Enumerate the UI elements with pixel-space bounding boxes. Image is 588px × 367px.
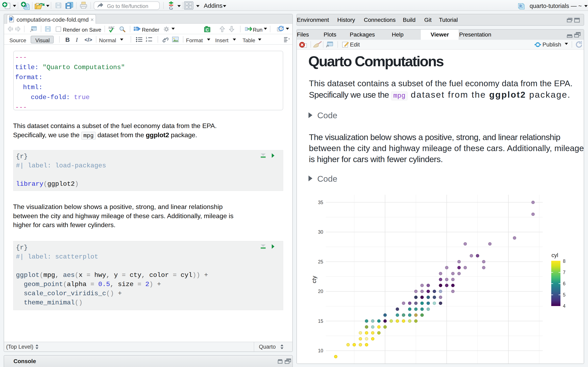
svg-text:35: 35	[318, 200, 323, 205]
svg-text:20: 20	[318, 289, 323, 294]
svg-text:1: 1	[146, 37, 147, 39]
svg-text:R: R	[519, 4, 522, 8]
svg-text:15: 15	[318, 318, 323, 324]
svg-text:4: 4	[563, 303, 566, 309]
svg-text:C: C	[206, 27, 209, 32]
svg-text:cty: cty	[311, 276, 317, 283]
svg-text:cyl: cyl	[552, 252, 558, 258]
svg-text:5: 5	[563, 292, 566, 298]
svg-text:25: 25	[318, 259, 323, 264]
svg-text:7: 7	[563, 270, 566, 275]
svg-text:2: 2	[146, 40, 147, 42]
svg-text:30: 30	[318, 229, 323, 235]
svg-text:6: 6	[563, 281, 566, 286]
svg-text:8: 8	[563, 259, 566, 264]
svg-text:ABC: ABC	[108, 26, 115, 29]
svg-text:10: 10	[318, 348, 323, 353]
